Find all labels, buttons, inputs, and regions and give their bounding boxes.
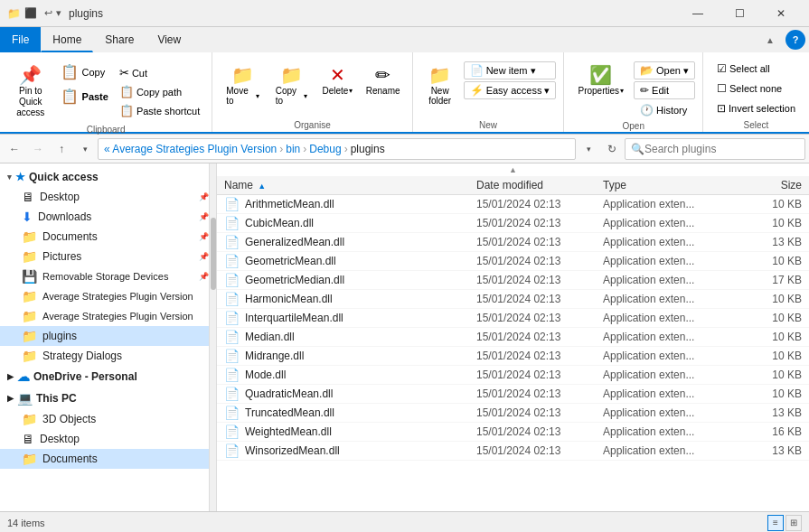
- table-row[interactable]: 📄 GeneralizedMean.dll 15/01/2024 02:13 A…: [217, 233, 809, 252]
- table-row[interactable]: 📄 GeometricMedian.dll 15/01/2024 02:13 A…: [217, 271, 809, 290]
- forward-btn[interactable]: →: [27, 138, 49, 160]
- organise-group: 📁 Move to ▾ 📁 Copy to ▾ ✕ D: [212, 52, 412, 132]
- item-count: 14 items: [7, 518, 45, 528]
- search-input[interactable]: [644, 143, 771, 155]
- refresh-btn[interactable]: ↻: [601, 138, 623, 160]
- paste-label: Paste: [82, 91, 108, 102]
- table-row[interactable]: 📄 TruncatedMean.dll 15/01/2024 02:13 App…: [217, 404, 809, 423]
- sidebar-item-desktop2[interactable]: 🖥 Desktop: [0, 429, 216, 449]
- col-size-header[interactable]: Size: [748, 179, 802, 191]
- history-btn[interactable]: 🕐 History: [634, 101, 695, 119]
- col-date-header[interactable]: Date modified: [476, 179, 603, 191]
- copy-path-label: Copy path: [136, 87, 182, 98]
- file-name-cell: Median.dll: [245, 331, 476, 343]
- recent-locations-btn[interactable]: ▾: [74, 138, 96, 160]
- customize-btn[interactable]: ▾: [56, 7, 61, 19]
- file-name-cell: QuadraticMean.dll: [245, 387, 476, 400]
- table-row[interactable]: 📄 CubicMean.dll 15/01/2024 02:13 Applica…: [217, 214, 809, 233]
- rename-icon: ✏: [375, 64, 390, 86]
- ribbon: File Home Share View ▲ ? 📌 Pin to Quicka…: [0, 27, 809, 135]
- select-none-label: Select none: [729, 83, 782, 94]
- select-all-btn[interactable]: ☑ Select all: [710, 60, 776, 78]
- copy-to-btn[interactable]: 📁 Copy to ▾: [269, 60, 314, 110]
- maximize-btn[interactable]: ☐: [719, 0, 760, 27]
- move-to-btn[interactable]: 📁 Move to ▾: [220, 60, 265, 110]
- file-type-cell: Application exten...: [603, 387, 748, 400]
- tab-home[interactable]: Home: [41, 27, 93, 52]
- sort-arrow: ▲: [258, 182, 266, 191]
- file-size-cell: 10 KB: [748, 369, 802, 381]
- copy-path-icon: 📋: [119, 85, 134, 98]
- breadcrumb-dropdown-btn[interactable]: ▾: [578, 138, 599, 160]
- table-row[interactable]: 📄 Mode.dll 15/01/2024 02:13 Application …: [217, 366, 809, 385]
- properties-btn[interactable]: ✅ Properties ▾: [571, 60, 630, 100]
- copy-icon: 📋: [61, 63, 79, 80]
- pin-to-quick-access-btn[interactable]: 📌 Pin to Quickaccess: [7, 60, 54, 123]
- table-row[interactable]: 📄 QuadraticMean.dll 15/01/2024 02:13 App…: [217, 385, 809, 404]
- scrollbar-thumb[interactable]: [211, 218, 216, 290]
- invert-label: Invert selection: [729, 103, 795, 114]
- cut-btn[interactable]: ✂ Cut: [115, 63, 204, 82]
- tab-view[interactable]: View: [146, 27, 193, 52]
- col-name-header[interactable]: Name ▲: [224, 179, 476, 191]
- sidebar-item-documents[interactable]: 📁 Documents 📌: [0, 227, 216, 247]
- col-type-header[interactable]: Type: [603, 179, 748, 191]
- up-btn[interactable]: ↑: [51, 138, 72, 160]
- open-btn[interactable]: 📂 Open ▾: [634, 61, 695, 79]
- file-date-cell: 15/01/2024 02:13: [476, 331, 603, 343]
- new-folder-btn[interactable]: 📁 Newfolder: [420, 60, 460, 110]
- edit-btn[interactable]: ✏ Edit: [634, 81, 695, 99]
- file-date-cell: 15/01/2024 02:13: [476, 350, 603, 362]
- copy-btn[interactable]: 📋 Copy: [56, 60, 113, 84]
- desktop2-label: Desktop: [40, 433, 209, 445]
- select-none-btn[interactable]: ☐ Select none: [710, 79, 788, 98]
- sidebar-item-plugins[interactable]: 📁 plugins: [0, 326, 216, 346]
- paste-shortcut-btn[interactable]: 📋 Paste shortcut: [115, 101, 204, 120]
- help-btn[interactable]: ?: [785, 30, 805, 50]
- quick-access-toolbar[interactable]: ⬛: [24, 7, 37, 19]
- sidebar-item-avg1[interactable]: 📁 Average Strategies Plugin Version: [0, 286, 216, 306]
- breadcrumb[interactable]: « Average Strategies Plugin Version › bi…: [98, 138, 576, 160]
- rename-btn[interactable]: ✏ Rename: [362, 60, 405, 100]
- tab-share[interactable]: Share: [93, 27, 146, 52]
- minimize-btn[interactable]: —: [677, 0, 719, 27]
- sidebar-item-3d[interactable]: 📁 3D Objects: [0, 409, 216, 429]
- new-item-btn[interactable]: 📄 New item ▾: [464, 61, 557, 79]
- sidebar-item-pictures[interactable]: 📁 Pictures 📌: [0, 247, 216, 266]
- file-date-cell: 15/01/2024 02:13: [476, 369, 603, 381]
- sidebar-item-desktop[interactable]: 🖥 Desktop 📌: [0, 187, 216, 207]
- delete-btn[interactable]: ✕ Delete ▾: [317, 60, 357, 100]
- ribbon-collapse-btn[interactable]: ▲: [758, 27, 782, 52]
- table-row[interactable]: 📄 Midrange.dll 15/01/2024 02:13 Applicat…: [217, 347, 809, 366]
- paste-shortcut-label: Paste shortcut: [136, 106, 200, 117]
- tab-file[interactable]: File: [0, 27, 41, 52]
- file-size-cell: 10 KB: [748, 255, 802, 267]
- thispc-header[interactable]: ▶ 💻 This PC: [0, 387, 216, 409]
- undo-btn[interactable]: ↩: [44, 7, 52, 19]
- sidebar-scrollbar[interactable]: [209, 163, 216, 511]
- close-btn[interactable]: ✕: [760, 0, 802, 27]
- table-row[interactable]: 📄 WinsorizedMean.dll 15/01/2024 02:13 Ap…: [217, 442, 809, 461]
- table-row[interactable]: 📄 ArithmeticMean.dll 15/01/2024 02:13 Ap…: [217, 195, 809, 214]
- paste-btn[interactable]: 📋 Paste: [56, 84, 113, 108]
- sidebar-item-removable[interactable]: 💾 Removable Storage Devices 📌: [0, 266, 216, 286]
- sidebar-item-strategy[interactable]: 📁 Strategy Dialogs: [0, 346, 216, 366]
- sidebar-item-downloads[interactable]: ⬇ Downloads 📌: [0, 207, 216, 227]
- pin-indicator-dl: 📌: [199, 212, 209, 221]
- table-row[interactable]: 📄 WeightedMean.dll 15/01/2024 02:13 Appl…: [217, 423, 809, 442]
- table-row[interactable]: 📄 HarmonicMean.dll 15/01/2024 02:13 Appl…: [217, 290, 809, 309]
- table-row[interactable]: 📄 GeometricMean.dll 15/01/2024 02:13 App…: [217, 252, 809, 271]
- sidebar-item-documents2[interactable]: 📁 Documents: [0, 449, 216, 469]
- quick-access-header[interactable]: ▾ ★ Quick access: [0, 167, 216, 187]
- new-folder-label: Newfolder: [428, 86, 451, 106]
- table-row[interactable]: 📄 Median.dll 15/01/2024 02:13 Applicatio…: [217, 328, 809, 347]
- sidebar-item-avg2[interactable]: 📁 Average Strategies Plugin Version: [0, 306, 216, 326]
- details-view-btn[interactable]: ≡: [767, 515, 784, 531]
- easy-access-btn[interactable]: ⚡ Easy access ▾: [464, 81, 557, 99]
- table-row[interactable]: 📄 InterquartileMean.dll 15/01/2024 02:13…: [217, 309, 809, 328]
- invert-selection-btn[interactable]: ⊡ Invert selection: [710, 99, 802, 117]
- large-icons-view-btn[interactable]: ⊞: [785, 515, 802, 531]
- copy-path-btn[interactable]: 📋 Copy path: [115, 82, 204, 101]
- onedrive-header[interactable]: ▶ ☁ OneDrive - Personal: [0, 366, 216, 387]
- back-btn[interactable]: ←: [4, 138, 25, 160]
